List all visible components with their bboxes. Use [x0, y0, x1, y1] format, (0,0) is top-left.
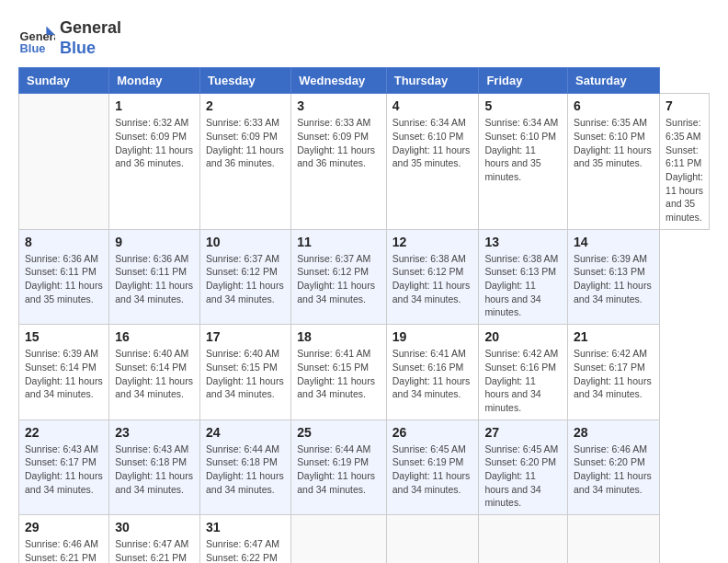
- day-header-saturday: Saturday: [568, 68, 660, 94]
- day-number: 14: [574, 235, 654, 249]
- day-info: Sunrise: 6:41 AMSunset: 6:15 PMDaylight:…: [297, 347, 380, 401]
- day-number: 5: [484, 98, 562, 113]
- calendar-cell: 31Sunrise: 6:47 AMSunset: 6:22 PMDayligh…: [200, 515, 291, 564]
- calendar-cell: 6Sunrise: 6:35 AMSunset: 6:10 PMDaylight…: [568, 94, 660, 230]
- calendar-cell: 15Sunrise: 6:39 AMSunset: 6:14 PMDayligh…: [19, 325, 109, 419]
- week-row-5: 29Sunrise: 6:46 AMSunset: 6:21 PMDayligh…: [19, 515, 710, 564]
- calendar-cell: 21Sunrise: 6:42 AMSunset: 6:17 PMDayligh…: [568, 325, 660, 419]
- day-number: 19: [392, 329, 473, 344]
- logo-line1: General: [60, 18, 121, 39]
- day-number: 6: [574, 98, 654, 113]
- week-row-2: 8Sunrise: 6:36 AMSunset: 6:11 PMDaylight…: [19, 229, 710, 324]
- day-info: Sunrise: 6:39 AMSunset: 6:13 PMDaylight:…: [574, 252, 654, 306]
- day-info: Sunrise: 6:45 AMSunset: 6:19 PMDaylight:…: [392, 442, 473, 497]
- day-number: 31: [206, 520, 285, 534]
- day-info: Sunrise: 6:44 AMSunset: 6:18 PMDaylight:…: [206, 442, 285, 497]
- logo-line2: Blue: [60, 39, 121, 59]
- day-info: Sunrise: 6:40 AMSunset: 6:14 PMDaylight:…: [115, 347, 194, 401]
- day-number: 4: [392, 98, 473, 113]
- day-header-tuesday: Tuesday: [200, 68, 291, 94]
- day-info: Sunrise: 6:40 AMSunset: 6:15 PMDaylight:…: [206, 347, 285, 401]
- day-info: Sunrise: 6:38 AMSunset: 6:12 PMDaylight:…: [392, 252, 473, 306]
- day-info: Sunrise: 6:44 AMSunset: 6:19 PMDaylight:…: [297, 442, 380, 497]
- day-info: Sunrise: 6:34 AMSunset: 6:10 PMDaylight:…: [392, 116, 473, 170]
- day-number: 9: [115, 235, 194, 249]
- day-number: 17: [206, 329, 285, 344]
- day-number: 15: [25, 329, 103, 344]
- calendar: SundayMondayTuesdayWednesdayThursdayFrid…: [18, 67, 710, 563]
- calendar-cell: [479, 515, 568, 564]
- calendar-cell: 1Sunrise: 6:32 AMSunset: 6:09 PMDaylight…: [109, 94, 200, 230]
- calendar-cell: 4Sunrise: 6:34 AMSunset: 6:10 PMDaylight…: [386, 94, 479, 230]
- calendar-cell: [291, 515, 386, 564]
- logo-icon: General Blue: [18, 20, 55, 57]
- day-info: Sunrise: 6:39 AMSunset: 6:14 PMDaylight:…: [25, 347, 103, 401]
- day-info: Sunrise: 6:36 AMSunset: 6:11 PMDaylight:…: [25, 252, 103, 306]
- day-number: 30: [115, 520, 194, 534]
- calendar-cell: 16Sunrise: 6:40 AMSunset: 6:14 PMDayligh…: [109, 325, 200, 419]
- day-number: 13: [484, 235, 562, 249]
- day-number: 24: [206, 425, 285, 440]
- calendar-cell: 30Sunrise: 6:47 AMSunset: 6:21 PMDayligh…: [109, 515, 200, 564]
- calendar-cell: 8Sunrise: 6:36 AMSunset: 6:11 PMDaylight…: [19, 229, 109, 324]
- day-info: Sunrise: 6:38 AMSunset: 6:13 PMDaylight:…: [484, 252, 562, 319]
- day-info: Sunrise: 6:47 AMSunset: 6:22 PMDaylight:…: [206, 537, 285, 563]
- calendar-cell: 20Sunrise: 6:42 AMSunset: 6:16 PMDayligh…: [479, 325, 568, 419]
- calendar-cell: 28Sunrise: 6:46 AMSunset: 6:20 PMDayligh…: [568, 419, 660, 514]
- day-number: 27: [484, 425, 562, 440]
- day-number: 2: [206, 98, 285, 113]
- day-number: 28: [574, 425, 654, 440]
- day-info: Sunrise: 6:36 AMSunset: 6:11 PMDaylight:…: [115, 252, 194, 306]
- day-number: 1: [115, 98, 194, 113]
- day-info: Sunrise: 6:46 AMSunset: 6:21 PMDaylight:…: [25, 537, 103, 563]
- day-number: 25: [297, 425, 380, 440]
- calendar-cell: 17Sunrise: 6:40 AMSunset: 6:15 PMDayligh…: [200, 325, 291, 419]
- day-info: Sunrise: 6:43 AMSunset: 6:17 PMDaylight:…: [25, 442, 103, 497]
- day-header-monday: Monday: [109, 68, 200, 94]
- day-number: 20: [484, 329, 562, 344]
- calendar-cell: 12Sunrise: 6:38 AMSunset: 6:12 PMDayligh…: [386, 229, 479, 324]
- calendar-cell: 10Sunrise: 6:37 AMSunset: 6:12 PMDayligh…: [200, 229, 291, 324]
- calendar-cell: 25Sunrise: 6:44 AMSunset: 6:19 PMDayligh…: [291, 419, 386, 514]
- day-number: 21: [574, 329, 654, 344]
- calendar-cell: 2Sunrise: 6:33 AMSunset: 6:09 PMDaylight…: [200, 94, 291, 230]
- calendar-cell: 5Sunrise: 6:34 AMSunset: 6:10 PMDaylight…: [479, 94, 568, 230]
- calendar-cell: 18Sunrise: 6:41 AMSunset: 6:15 PMDayligh…: [291, 325, 386, 419]
- day-info: Sunrise: 6:46 AMSunset: 6:20 PMDaylight:…: [574, 442, 654, 497]
- day-number: 22: [25, 425, 103, 440]
- calendar-cell: [19, 94, 109, 230]
- calendar-cell: 11Sunrise: 6:37 AMSunset: 6:12 PMDayligh…: [291, 229, 386, 324]
- day-header-wednesday: Wednesday: [291, 68, 386, 94]
- calendar-cell: 23Sunrise: 6:43 AMSunset: 6:18 PMDayligh…: [109, 419, 200, 514]
- week-row-1: 1Sunrise: 6:32 AMSunset: 6:09 PMDaylight…: [19, 94, 710, 230]
- week-row-4: 22Sunrise: 6:43 AMSunset: 6:17 PMDayligh…: [19, 419, 710, 514]
- day-header-friday: Friday: [479, 68, 568, 94]
- calendar-cell: 29Sunrise: 6:46 AMSunset: 6:21 PMDayligh…: [19, 515, 109, 564]
- day-number: 3: [297, 98, 380, 113]
- calendar-cell: 3Sunrise: 6:33 AMSunset: 6:09 PMDaylight…: [291, 94, 386, 230]
- day-info: Sunrise: 6:37 AMSunset: 6:12 PMDaylight:…: [297, 252, 380, 306]
- calendar-cell: 14Sunrise: 6:39 AMSunset: 6:13 PMDayligh…: [568, 229, 660, 324]
- day-header-thursday: Thursday: [386, 68, 479, 94]
- week-row-3: 15Sunrise: 6:39 AMSunset: 6:14 PMDayligh…: [19, 325, 710, 419]
- calendar-header-row: SundayMondayTuesdayWednesdayThursdayFrid…: [19, 68, 710, 94]
- calendar-cell: 7Sunrise: 6:35 AMSunset: 6:11 PMDaylight…: [660, 94, 710, 230]
- day-info: Sunrise: 6:47 AMSunset: 6:21 PMDaylight:…: [115, 537, 194, 563]
- day-number: 26: [392, 425, 473, 440]
- day-number: 7: [665, 98, 703, 113]
- day-number: 8: [25, 235, 103, 249]
- day-number: 16: [115, 329, 194, 344]
- day-info: Sunrise: 6:34 AMSunset: 6:10 PMDaylight:…: [484, 116, 562, 183]
- calendar-cell: 13Sunrise: 6:38 AMSunset: 6:13 PMDayligh…: [479, 229, 568, 324]
- day-info: Sunrise: 6:35 AMSunset: 6:10 PMDaylight:…: [574, 116, 654, 170]
- day-info: Sunrise: 6:42 AMSunset: 6:16 PMDaylight:…: [484, 347, 562, 414]
- calendar-cell: [386, 515, 479, 564]
- calendar-cell: 24Sunrise: 6:44 AMSunset: 6:18 PMDayligh…: [200, 419, 291, 514]
- day-info: Sunrise: 6:33 AMSunset: 6:09 PMDaylight:…: [297, 116, 380, 170]
- day-info: Sunrise: 6:37 AMSunset: 6:12 PMDaylight:…: [206, 252, 285, 306]
- day-number: 18: [297, 329, 380, 344]
- logo: General Blue General Blue: [18, 18, 121, 58]
- calendar-cell: [568, 515, 660, 564]
- day-info: Sunrise: 6:43 AMSunset: 6:18 PMDaylight:…: [115, 442, 194, 497]
- day-number: 12: [392, 235, 473, 249]
